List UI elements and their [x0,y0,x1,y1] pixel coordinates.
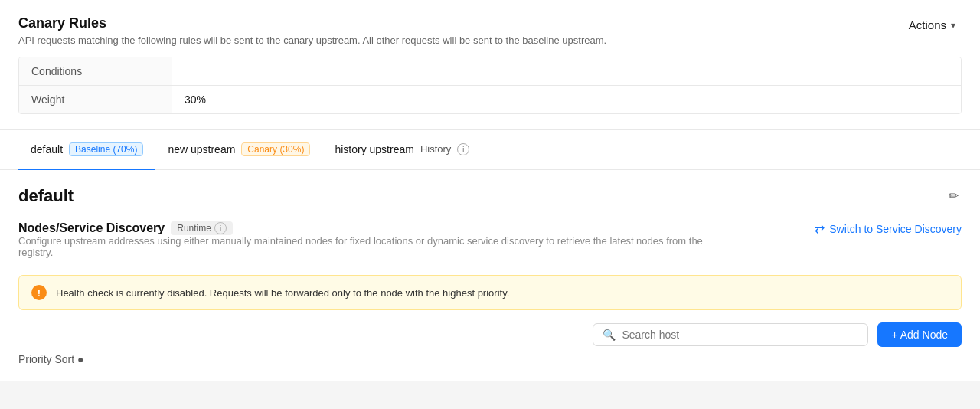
warning-icon: ! [31,285,47,300]
main-content: default ✏ Nodes/Service Discovery Runtim… [0,170,980,381]
tab-new-upstream-badge: Canary (30%) [241,142,310,156]
runtime-info-icon[interactable]: i [214,222,227,234]
section-left: Nodes/Service Discovery Runtime i Config… [18,221,738,270]
table-row: Weight 30% [19,86,961,113]
conditions-value [172,57,961,85]
switch-service-label: Switch to Service Discovery [829,223,962,235]
priority-label: Priority Sort ● [18,353,83,365]
priority-row: Priority Sort ● [18,353,962,365]
switch-icon: ⇄ [815,221,825,236]
canary-rules-table: Conditions Weight 30% [18,57,962,114]
page-container: Canary Rules API requests matching the f… [0,0,980,409]
edit-upstream-button[interactable]: ✏ [946,185,962,206]
weight-value: 30% [172,86,961,113]
tabs-bar: default Baseline (70%) new upstream Cana… [0,130,980,170]
canary-subtitle: API requests matching the following rule… [18,34,606,46]
tab-default-badge: Baseline (70%) [69,142,143,156]
upstream-header: default ✏ [18,185,962,206]
canary-card-left: Canary Rules API requests matching the f… [18,15,606,46]
search-icon: 🔍 [603,329,616,341]
tab-new-upstream[interactable]: new upstream Canary (30%) [155,130,322,170]
canary-title: Canary Rules [18,15,606,31]
tab-default[interactable]: default Baseline (70%) [18,130,155,170]
actions-button[interactable]: Actions ▾ [903,15,962,34]
section-title-row: Nodes/Service Discovery Runtime i Config… [18,221,962,270]
search-host-input[interactable] [622,329,858,341]
add-node-button[interactable]: + Add Node [877,322,962,347]
section-title: Nodes/Service Discovery Runtime i [18,221,738,235]
tab-history-upstream[interactable]: history upstream History i [322,130,482,170]
warning-text: Health check is currently disabled. Requ… [56,287,509,299]
upstream-name-title: default [18,186,74,206]
actions-label: Actions [909,18,946,31]
switch-to-service-discovery-button[interactable]: ⇄ Switch to Service Discovery [815,221,962,236]
tab-new-upstream-name: new upstream [168,143,235,155]
add-node-label: + Add Node [891,329,948,341]
search-host-input-wrapper[interactable]: 🔍 [593,323,868,346]
chevron-down-icon: ▾ [951,20,956,31]
table-row: Conditions [19,57,961,86]
canary-card-header: Canary Rules API requests matching the f… [18,15,962,46]
nodes-section-title: Nodes/Service Discovery [18,221,165,235]
runtime-label: Runtime [177,223,211,234]
tab-history-upstream-name: history upstream [335,143,413,155]
canary-rules-card: Canary Rules API requests matching the f… [0,0,980,130]
runtime-badge: Runtime i [171,221,233,235]
nodes-section-subtitle: Configure upstream addresses using eithe… [18,235,738,258]
nodes-service-discovery-section: Nodes/Service Discovery Runtime i Config… [18,221,962,347]
tab-history-upstream-badge: History [420,143,451,155]
weight-label: Weight [19,86,172,113]
tab-default-name: default [31,143,63,155]
health-check-warning-banner: ! Health check is currently disabled. Re… [18,275,962,310]
info-icon[interactable]: i [457,143,469,155]
conditions-label: Conditions [19,57,172,85]
search-add-row: 🔍 + Add Node [18,322,962,347]
